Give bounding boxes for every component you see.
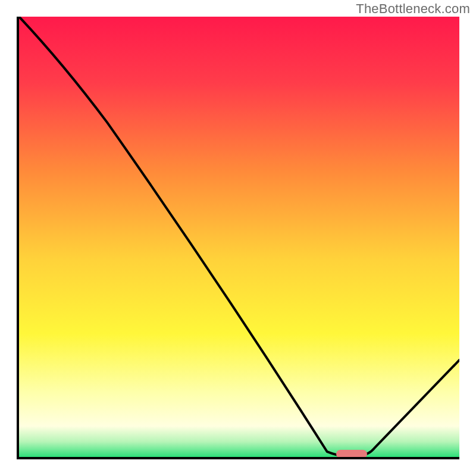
watermark-text: TheBottleneck.com xyxy=(356,1,470,17)
chart-curve xyxy=(19,17,459,457)
chart-marker xyxy=(336,450,367,458)
chart-plot-area xyxy=(17,17,459,459)
